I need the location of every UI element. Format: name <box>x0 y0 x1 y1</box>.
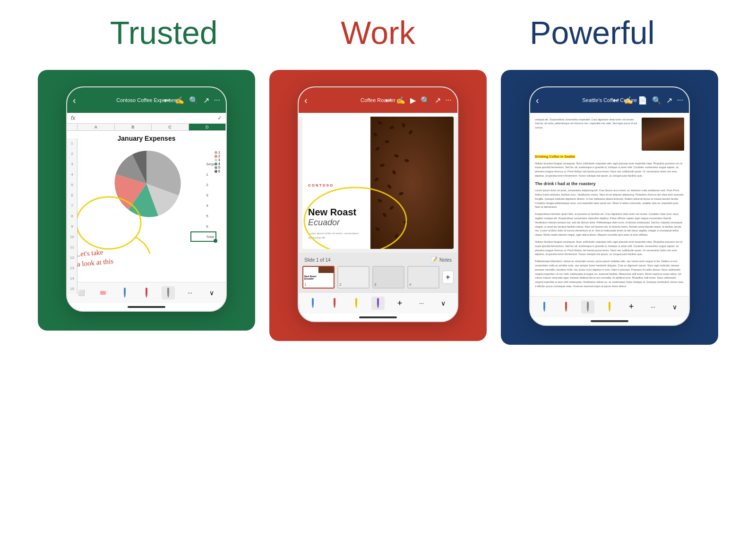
word-share-icon[interactable]: ↗ <box>666 96 672 105</box>
pencil-red[interactable] <box>140 286 153 299</box>
svg-rect-17 <box>543 302 545 309</box>
ppt-chevron[interactable]: ∨ <box>437 297 450 310</box>
ppt-panel: ‹ Coffee Roaster ↩ ✍ ▶ 🔍 ↗ ··· CONTOSO <box>269 70 487 341</box>
col-B[interactable]: B <box>115 124 152 130</box>
svg-rect-23 <box>609 302 610 309</box>
ppt-right-panel <box>370 117 454 249</box>
word-pencil-gray[interactable] <box>581 300 594 314</box>
svg-rect-9 <box>312 298 314 306</box>
col-A[interactable]: A <box>77 124 115 130</box>
svg-rect-2 <box>124 288 126 295</box>
ppt-more-icon[interactable]: ··· <box>446 96 452 104</box>
word-search-icon[interactable]: 🔍 <box>652 96 662 105</box>
ppt-pencil-blue[interactable] <box>306 297 319 310</box>
pencil-gray-active[interactable] <box>162 286 175 299</box>
svg-rect-1 <box>100 291 106 295</box>
ppt-logo: CONTOSO <box>308 183 365 187</box>
sequence-col: Seque... 1 2 3 4 5 6 Total <box>206 159 220 242</box>
word-doc-icon[interactable]: 📄 <box>638 96 647 105</box>
pie-chart-area: 1 2 3 4 5 6 <box>71 146 222 221</box>
slide-strip: Slide 1 of 14 📝 Notes New RoastEcuador <box>299 253 457 292</box>
svg-rect-21 <box>587 302 589 309</box>
svg-rect-15 <box>377 298 379 306</box>
share-icon[interactable]: ↗ <box>203 96 209 105</box>
word-highlighted-section: Drinking Coffee in Seattle <box>535 154 684 160</box>
home-indicator <box>128 306 165 308</box>
ppt-more[interactable]: ··· <box>415 297 428 310</box>
ppt-pencil-purple[interactable] <box>371 297 385 310</box>
slide-thumb-4[interactable]: 4 <box>407 266 439 289</box>
coffee-beans-bg <box>370 117 454 249</box>
word-pencil-yellow[interactable] <box>603 300 616 314</box>
svg-marker-22 <box>587 309 589 312</box>
ppt-pencil-red[interactable] <box>328 297 341 310</box>
col-D[interactable]: D <box>189 124 226 130</box>
ppt-ecuador: Ecuador <box>308 218 365 228</box>
ppt-pencil-yellow[interactable] <box>350 297 363 310</box>
slide-num-3: 3 <box>374 282 376 287</box>
ppt-back-icon[interactable]: ‹ <box>304 95 308 106</box>
svg-marker-14 <box>355 306 357 308</box>
svg-rect-19 <box>565 302 567 309</box>
back-icon[interactable]: ‹ <box>73 95 76 106</box>
svg-marker-18 <box>543 309 545 312</box>
title-powerful: Powerful <box>530 15 655 51</box>
notes-btn[interactable]: 📝 Notes <box>430 256 452 263</box>
word-title: Seattle's Coffee Culture <box>582 97 637 103</box>
ppt-header: ‹ Coffee Roaster ↩ ✍ ▶ 🔍 ↗ ··· <box>299 87 457 113</box>
formula-checkmark[interactable]: ✓ <box>217 115 222 121</box>
add-slide-btn[interactable]: + <box>442 271 454 284</box>
word-more-icon[interactable]: ··· <box>677 96 683 104</box>
eraser-tool[interactable] <box>96 286 110 299</box>
ppt-share-icon[interactable]: ↗ <box>435 96 441 105</box>
slide-num-4: 4 <box>409 282 411 287</box>
svg-marker-10 <box>312 306 314 308</box>
word-highlighted-text: Drinking Coffee in Seattle <box>535 155 575 158</box>
word-body-3: Suspendisse interdum quam felis, at posu… <box>535 212 684 237</box>
ppt-pen-icon[interactable]: ✍ <box>396 96 405 105</box>
more-tools[interactable]: ··· <box>183 286 197 299</box>
word-phone: ‹ Seattle's Coffee Culture ↩ ✍ 📄 🔍 ↗ ···… <box>529 86 690 326</box>
excel-phone: ‹ Contoso Coffee Expenses ↩ ✍ 🔍 ↗ ··· fx… <box>66 86 227 312</box>
ppt-play-icon[interactable]: ▶ <box>410 96 416 105</box>
chevron-down[interactable]: ∨ <box>205 286 218 299</box>
word-chevron[interactable]: ∨ <box>668 300 681 314</box>
slide-thumb-3[interactable]: 3 <box>372 266 404 289</box>
phones-row: ‹ Contoso Coffee Expenses ↩ ✍ 🔍 ↗ ··· fx… <box>28 70 728 345</box>
word-back-icon[interactable]: ‹ <box>536 95 539 106</box>
svg-rect-11 <box>334 298 335 306</box>
search-icon[interactable]: 🔍 <box>189 96 198 105</box>
ppt-slide-main[interactable]: CONTOSO New Roast Ecuador Lorem ipsum do… <box>302 117 454 249</box>
notes-label: Notes <box>439 257 452 263</box>
pencil-blue[interactable] <box>118 286 131 299</box>
ppt-left-panel: CONTOSO New Roast Ecuador Lorem ipsum do… <box>302 117 370 249</box>
ppt-small-text: Lorem ipsum dolor sit amet, consectetur … <box>308 231 365 239</box>
notes-icon: 📝 <box>430 256 438 263</box>
ppt-search-icon[interactable]: 🔍 <box>421 96 430 105</box>
titles-row: Trusted Work Powerful <box>28 14 728 51</box>
word-intro-text: volutpat elit. Suspendisse consectetur i… <box>535 118 638 151</box>
svg-marker-24 <box>609 309 610 312</box>
word-top-image <box>642 118 684 151</box>
word-section-title: The drink I had at the roastery <box>535 181 684 187</box>
word-content: volutpat elit. Suspendisse consectetur i… <box>530 113 689 296</box>
col-headers: A B C D <box>67 124 226 131</box>
svg-marker-3 <box>124 295 126 298</box>
slide-thumb-2[interactable]: 2 <box>337 266 369 289</box>
word-pencil-red[interactable] <box>559 300 573 314</box>
word-more[interactable]: ··· <box>646 300 660 314</box>
word-pencil-blue[interactable] <box>538 300 551 314</box>
ppt-new-roast: New Roast <box>308 206 365 218</box>
more-icon[interactable]: ··· <box>214 96 220 104</box>
slide-thumbnails: New RoastEcuador 1 2 3 <box>302 266 454 289</box>
slide-thumb-1[interactable]: New RoastEcuador 1 <box>302 266 335 289</box>
word-intro-body: volutpat elit. Suspendisse consectetur i… <box>535 118 637 129</box>
excel-home-bar <box>67 303 226 311</box>
svg-rect-13 <box>355 298 357 306</box>
word-add[interactable]: + <box>625 300 638 314</box>
word-header-section: volutpat elit. Suspendisse consectetur i… <box>535 118 684 151</box>
ppt-add[interactable]: + <box>393 297 406 310</box>
row-numbers: 123456789101112131415 <box>67 138 77 294</box>
col-C[interactable]: C <box>152 124 189 130</box>
svg-rect-6 <box>167 288 169 295</box>
